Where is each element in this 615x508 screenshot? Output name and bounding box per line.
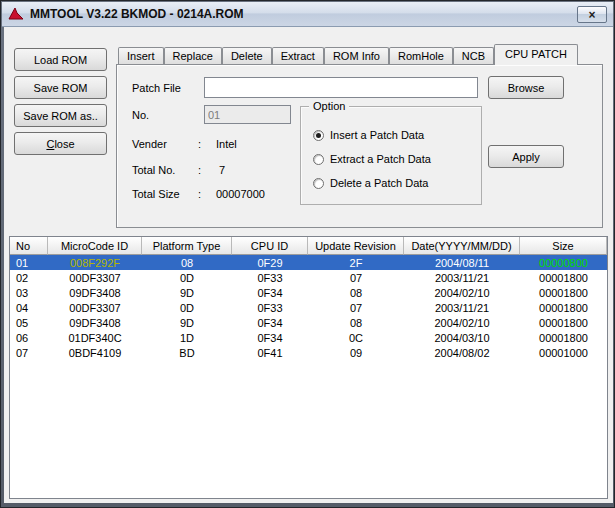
radio-icon [313, 154, 324, 165]
header-size[interactable]: Size [520, 237, 607, 255]
radio-label: Extract a Patch Data [330, 153, 431, 165]
tab-replace[interactable]: Replace [164, 47, 222, 64]
radio-label: Delete a Patch Data [330, 177, 428, 189]
patch-file-label: Patch File [132, 81, 181, 95]
table-cell: 2004/08/02 [404, 345, 520, 360]
titlebar-close-button[interactable]: × [577, 6, 607, 23]
table-cell: 2F [308, 255, 404, 270]
radio-icon [313, 178, 324, 189]
table-cell: 2004/02/10 [404, 285, 520, 300]
table-cell: 00DF3307 [48, 270, 142, 285]
table-cell: 04 [10, 300, 48, 315]
microcode-table: No MicroCode ID Platform Type CPU ID Upd… [9, 236, 608, 499]
tab-control: Insert Replace Delete Extract ROM Info R… [116, 44, 603, 228]
table-cell: BD [142, 345, 232, 360]
table-cell: 03 [10, 285, 48, 300]
apply-label: Apply [512, 151, 540, 163]
table-cell: 0F34 [232, 285, 308, 300]
tab-delete[interactable]: Delete [222, 47, 272, 64]
table-cell: 00001800 [520, 270, 607, 285]
radio-option-insert[interactable]: Insert a Patch Data [313, 127, 424, 143]
table-cell: 09DF3408 [48, 315, 142, 330]
table-row[interactable]: 02 00DF3307 0D 0F33 07 2003/11/21 000018… [10, 270, 607, 285]
load-rom-button[interactable]: Load ROM [14, 48, 107, 71]
vender-colon: : [198, 137, 201, 151]
table-cell: 9D [142, 315, 232, 330]
header-cpu-id[interactable]: CPU ID [232, 237, 308, 255]
tab-romhole[interactable]: RomHole [389, 47, 453, 64]
close-app-label: Close [46, 138, 74, 150]
total-size-value: 00007000 [216, 187, 265, 201]
apply-button[interactable]: Apply [488, 145, 564, 168]
total-no-value: 7 [219, 163, 225, 177]
tab-strip: Insert Replace Delete Extract ROM Info R… [116, 44, 578, 65]
table-cell: 01 [10, 255, 48, 270]
header-platform-type[interactable]: Platform Type [142, 237, 232, 255]
table-row[interactable]: 06 01DF340C 1D 0F34 0C 2004/03/10 000018… [10, 330, 607, 345]
table-row[interactable]: 07 0BDF4109 BD 0F41 09 2004/08/02 000010… [10, 345, 607, 360]
header-microcode-id[interactable]: MicroCode ID [48, 237, 142, 255]
close-app-button[interactable]: Close [14, 132, 107, 155]
table-row[interactable]: 03 09DF3408 9D 0F34 08 2004/02/10 000018… [10, 285, 607, 300]
patch-file-input[interactable] [204, 77, 478, 98]
table-cell: 1D [142, 330, 232, 345]
table-cell: 0F33 [232, 300, 308, 315]
table-cell: 0F34 [232, 330, 308, 345]
save-rom-button[interactable]: Save ROM [14, 76, 107, 99]
table-cell: 00001800 [520, 330, 607, 345]
table-cell: 00001800 [520, 315, 607, 330]
radio-icon [313, 130, 324, 141]
table-cell: 00001000 [520, 345, 607, 360]
table-row[interactable]: 05 09DF3408 9D 0F34 08 2004/02/10 000018… [10, 315, 607, 330]
window-title: MMTOOL V3.22 BKMOD - 0214A.ROM [30, 7, 244, 21]
tab-insert[interactable]: Insert [118, 47, 164, 64]
table-cell: 07 [308, 270, 404, 285]
dialog-client-area: Load ROM Save ROM Save ROM as.. Close In… [4, 27, 613, 503]
table-cell: 0BDF4109 [48, 345, 142, 360]
header-no[interactable]: No [10, 237, 48, 255]
table-cell: 00001800 [520, 300, 607, 315]
table-cell: 00DF3307 [48, 300, 142, 315]
table-cell: 07 [308, 300, 404, 315]
table-cell: 08 [308, 315, 404, 330]
tab-cpu-patch[interactable]: CPU PATCH [494, 44, 578, 65]
save-rom-as-button[interactable]: Save ROM as.. [14, 104, 107, 127]
table-cell: 0F41 [232, 345, 308, 360]
browse-button[interactable]: Browse [488, 76, 564, 99]
total-no-label: Total No. [132, 163, 175, 177]
vender-value: Intel [216, 137, 237, 151]
tab-ncb[interactable]: NCB [453, 47, 494, 64]
table-cell: 0D [142, 300, 232, 315]
close-icon: × [588, 9, 595, 21]
table-cell: 2003/11/21 [404, 300, 520, 315]
radio-option-delete[interactable]: Delete a Patch Data [313, 175, 428, 191]
table-cell: 0F34 [232, 315, 308, 330]
table-cell: 0F29 [232, 255, 308, 270]
table-cell: 2004/03/10 [404, 330, 520, 345]
table-cell: 00001800 [520, 285, 607, 300]
table-cell: 09DF3408 [48, 285, 142, 300]
table-cell: 008F292F [48, 255, 142, 270]
table-cell: 05 [10, 315, 48, 330]
table-cell: 2004/02/10 [404, 315, 520, 330]
tab-extract[interactable]: Extract [272, 47, 324, 64]
app-icon [8, 6, 24, 22]
table-cell: 01DF340C [48, 330, 142, 345]
total-no-colon: : [198, 163, 201, 177]
header-date[interactable]: Date(YYYY/MM/DD) [404, 237, 520, 255]
table-cell: 2004/08/11 [404, 255, 520, 270]
patch-no-label: No. [132, 108, 149, 122]
table-cell: 08 [308, 285, 404, 300]
radio-option-extract[interactable]: Extract a Patch Data [313, 151, 431, 167]
option-groupbox: Option Insert a Patch Data Extract a Pat… [300, 106, 482, 205]
table-cell: 02 [10, 270, 48, 285]
table-row[interactable]: 04 00DF3307 0D 0F33 07 2003/11/21 000018… [10, 300, 607, 315]
header-update-revision[interactable]: Update Revision [308, 237, 404, 255]
save-rom-label: Save ROM [34, 82, 88, 94]
table-cell: 0F33 [232, 270, 308, 285]
patch-no-input [204, 105, 291, 124]
table-row[interactable]: 01 008F292F 08 0F29 2F 2004/08/11 000008… [10, 255, 607, 270]
vender-label: Vender [132, 137, 167, 151]
table-cell: 07 [10, 345, 48, 360]
tab-rom-info[interactable]: ROM Info [324, 47, 389, 64]
